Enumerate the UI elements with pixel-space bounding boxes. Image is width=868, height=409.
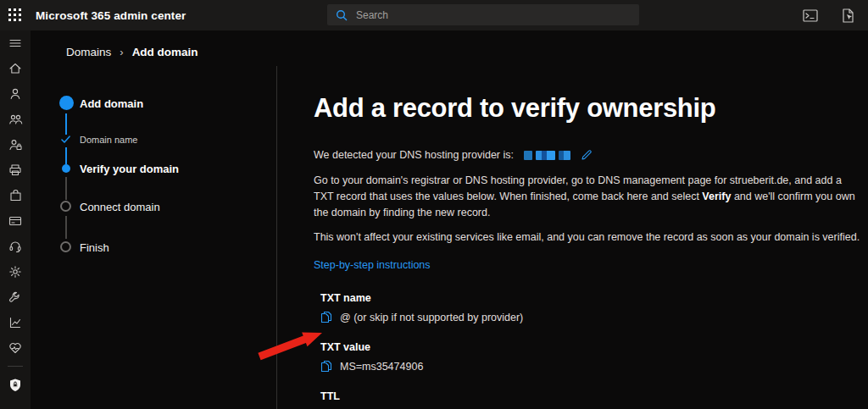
support-icon[interactable]	[0, 234, 31, 259]
settings-icon[interactable]	[0, 259, 31, 285]
groups-icon[interactable]	[0, 107, 31, 132]
search-icon	[336, 9, 348, 21]
copy-icon[interactable]	[320, 360, 332, 373]
record-value: @ (or skip if not supported by provider)	[340, 312, 523, 323]
breadcrumb: Domains › Add domain	[66, 46, 198, 58]
record-label: TTL	[320, 390, 863, 402]
record-value: MS=ms35474906	[340, 361, 423, 373]
step-add-domain[interactable]: Add domain	[80, 97, 143, 110]
step-connect-domain[interactable]: Connect domain	[80, 201, 160, 213]
note-paragraph: This won't affect your existing services…	[314, 229, 863, 246]
breadcrumb-current: Add domain	[132, 46, 198, 58]
record-label: TXT value	[320, 341, 863, 353]
step-connector	[65, 113, 67, 135]
main-content: Add a record to verify ownership We dete…	[278, 66, 868, 409]
record-label: TXT name	[320, 292, 863, 304]
breadcrumb-domains[interactable]: Domains	[66, 46, 111, 58]
record-txt-value: TXT value MS=ms35474906	[320, 341, 863, 373]
menu-icon[interactable]	[0, 30, 31, 56]
rail-divider	[8, 366, 23, 367]
waffle-grid	[8, 8, 22, 22]
app-title[interactable]: Microsoft 365 admin center	[36, 9, 186, 22]
security-icon[interactable]	[0, 372, 31, 397]
wizard-step-panel: Add domain Domain name Verify your domai…	[31, 66, 277, 409]
step-indicator-verify	[62, 164, 70, 173]
redacted-provider-name	[524, 151, 570, 160]
feedback-icon[interactable]	[839, 7, 856, 24]
step-connector	[65, 177, 67, 200]
devices-icon[interactable]	[0, 158, 31, 183]
marketplace-icon[interactable]	[0, 183, 31, 208]
dns-records: TXT name @ (or skip if not supported by …	[320, 292, 863, 409]
step-check-icon	[61, 135, 70, 144]
edit-provider-icon[interactable]	[581, 149, 593, 161]
page-title: Add a record to verify ownership	[314, 93, 863, 124]
step-domain-name[interactable]: Domain name	[80, 135, 137, 145]
users-icon[interactable]	[0, 81, 31, 107]
step-verify-your-domain[interactable]: Verify your domain	[80, 163, 179, 175]
setup-icon[interactable]	[0, 285, 31, 310]
step-indicator-connect	[60, 201, 71, 212]
record-txt-name: TXT name @ (or skip if not supported by …	[320, 292, 863, 323]
step-connector	[65, 147, 67, 164]
copy-icon[interactable]	[320, 311, 332, 323]
left-nav-rail	[0, 30, 31, 409]
step-by-step-instructions-link[interactable]: Step-by-step instructions	[314, 259, 431, 271]
search-box[interactable]	[327, 4, 639, 25]
instructions-paragraph: Go to your domain's registrar or DNS hos…	[314, 173, 863, 221]
home-icon[interactable]	[0, 56, 31, 81]
step-indicator-add-domain	[59, 96, 74, 110]
provider-line-text: We detected your DNS hosting provider is…	[314, 149, 514, 161]
terminal-icon[interactable]	[802, 7, 819, 24]
provider-row: We detected your DNS hosting provider is…	[314, 149, 863, 161]
step-finish[interactable]: Finish	[80, 241, 109, 254]
breadcrumb-separator-icon: ›	[120, 46, 123, 58]
step-indicator-finish	[60, 241, 71, 252]
verify-bold-text: Verify	[702, 191, 731, 202]
step-connector	[65, 216, 67, 239]
top-app-bar: Microsoft 365 admin center	[0, 0, 868, 30]
record-ttl: TTL 3600 (or your provider default)	[320, 390, 863, 409]
billing-icon[interactable]	[0, 208, 31, 234]
reports-icon[interactable]	[0, 310, 31, 335]
health-icon[interactable]	[0, 335, 31, 361]
app-launcher-icon[interactable]	[0, 0, 31, 30]
search-input[interactable]	[356, 9, 610, 21]
roles-icon[interactable]	[0, 132, 31, 158]
